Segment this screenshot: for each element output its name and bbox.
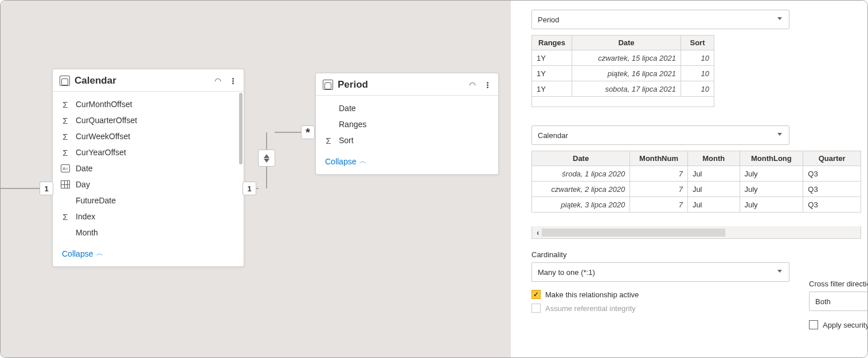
table-cell: 7 xyxy=(630,197,688,213)
cross-filter-both-icon[interactable] xyxy=(258,150,275,167)
card-title: Calendar xyxy=(75,75,207,86)
field-row[interactable]: ΣCurMonthOffset xyxy=(53,96,244,112)
chevron-down-icon xyxy=(777,270,782,273)
checkbox-label: Assume referential integrity xyxy=(545,304,636,313)
field-row[interactable]: Month xyxy=(53,225,244,241)
table-cell: Q3 xyxy=(803,197,861,213)
field-name: Date xyxy=(339,104,488,113)
column-header[interactable]: Quarter xyxy=(803,151,861,166)
collapse-label: Collapse xyxy=(325,157,356,166)
column-header[interactable]: Date xyxy=(532,151,630,166)
field-name: CurMonthOffset xyxy=(76,100,233,109)
from-table-dropdown[interactable]: Period xyxy=(531,10,789,29)
apply-security-checkbox[interactable]: Apply security filter in both directions xyxy=(809,320,867,329)
field-row[interactable]: ΣSort xyxy=(316,132,498,148)
table-card-calendar[interactable]: Calendar ◠ ΣCurMonthOffsetΣCurQuarterOff… xyxy=(52,69,244,267)
table-cell: 10 xyxy=(681,50,714,66)
visibility-icon[interactable]: ◠ xyxy=(212,76,224,85)
relationship-line xyxy=(275,132,303,133)
period-preview-table: RangesDateSort1Yczwartek, 15 lipca 20211… xyxy=(531,35,714,107)
table-row[interactable]: czwartek, 2 lipca 20207JulJulyQ3 xyxy=(532,182,861,197)
field-row[interactable]: ΣIndex xyxy=(53,208,244,225)
relationship-line xyxy=(1,188,42,189)
table-cell: Jul xyxy=(687,182,740,197)
more-options-icon[interactable] xyxy=(229,78,237,84)
table-card-period[interactable]: Period ◠ DateRangesΣSort Collapse ︿ xyxy=(315,73,499,175)
cross-filter-label: Cross filter direction xyxy=(809,280,867,288)
table-row[interactable]: środa, 1 lipca 20207JulJulyQ3 xyxy=(532,166,861,182)
field-name: FutureDate xyxy=(76,196,233,205)
column-header[interactable]: Sort xyxy=(681,36,714,50)
scrollbar-track[interactable] xyxy=(542,229,725,237)
cardinality-many-badge: * xyxy=(301,125,315,139)
field-name: Month xyxy=(76,228,233,237)
table-icon xyxy=(60,76,70,86)
table-row[interactable]: 1Ysobota, 17 lipca 202110 xyxy=(532,81,714,97)
dropdown-value: Many to one (*:1) xyxy=(538,268,595,277)
chevron-left-icon[interactable]: ‹ xyxy=(537,228,539,237)
grid-icon xyxy=(61,180,70,188)
sigma-icon: Σ xyxy=(61,212,70,222)
dropdown-value: Both xyxy=(815,297,831,306)
card-header: Period ◠ xyxy=(316,73,498,96)
column-header[interactable]: Ranges xyxy=(532,36,572,50)
table-cell: czwartek, 15 lipca 2021 xyxy=(572,50,681,66)
text-field-icon: A= xyxy=(61,164,70,172)
checkbox-label: Apply security filter in both directions xyxy=(823,321,867,329)
collapse-button[interactable]: Collapse ︿ xyxy=(316,151,498,174)
field-row[interactable]: Ranges xyxy=(316,116,498,132)
table-cell: Q3 xyxy=(803,182,861,197)
column-header[interactable]: MonthNum xyxy=(630,151,688,166)
field-row[interactable]: ΣCurWeekOffset xyxy=(53,128,244,144)
table-cell: July xyxy=(740,197,803,213)
field-name: Date xyxy=(76,164,233,173)
triangle-up-icon xyxy=(264,154,269,158)
table-cell: 1Y xyxy=(532,81,572,97)
column-header[interactable]: MonthLong xyxy=(740,151,803,166)
table-cell: 7 xyxy=(630,166,688,182)
to-table-dropdown[interactable]: Calendar xyxy=(531,125,789,145)
table-cell: July xyxy=(740,166,803,182)
more-options-icon[interactable] xyxy=(483,82,491,88)
cardinality-one-badge: 1 xyxy=(40,182,53,195)
column-header[interactable]: Month xyxy=(687,151,740,166)
table-row[interactable]: 1Yczwartek, 15 lipca 202110 xyxy=(532,50,714,66)
cross-filter-dropdown[interactable]: Both xyxy=(809,292,867,311)
field-row[interactable]: ΣCurYearOffset xyxy=(53,144,244,160)
visibility-icon[interactable]: ◠ xyxy=(466,80,479,89)
field-name: Day xyxy=(76,180,233,189)
field-name: CurYearOffset xyxy=(76,148,233,157)
field-name: Sort xyxy=(339,136,488,145)
card-header: Calendar ◠ xyxy=(53,69,244,92)
field-row[interactable]: ΣCurQuarterOffset xyxy=(53,112,244,128)
checkbox-label: Make this relationship active xyxy=(545,290,639,299)
scrollbar-thumb[interactable] xyxy=(239,93,243,164)
model-canvas[interactable]: Calendar ◠ ΣCurMonthOffsetΣCurQuarterOff… xyxy=(1,1,511,357)
table-row[interactable]: 1Ypiątek, 16 lipca 202110 xyxy=(532,66,714,81)
table-cell: 1Y xyxy=(532,50,572,66)
sigma-icon: Σ xyxy=(61,100,70,109)
field-row[interactable]: A=Date xyxy=(53,160,244,176)
chevron-up-icon: ︿ xyxy=(359,156,366,166)
table-cell: 10 xyxy=(681,81,714,97)
field-row[interactable]: Day xyxy=(53,176,244,192)
column-header[interactable]: Date xyxy=(572,36,681,50)
card-title: Period xyxy=(338,79,462,91)
horizontal-scrollbar[interactable]: ‹ xyxy=(531,226,861,239)
sigma-icon: Σ xyxy=(61,148,70,158)
field-name: Index xyxy=(76,212,233,221)
table-row[interactable]: piątek, 3 lipca 20207JulJulyQ3 xyxy=(532,197,861,213)
dropdown-value: Period xyxy=(538,15,560,24)
calendar-preview-table: DateMonthNumMonthMonthLongQuarterśroda, … xyxy=(531,151,861,213)
field-row[interactable]: Date xyxy=(316,100,498,116)
table-cell: sobota, 17 lipca 2021 xyxy=(572,81,681,97)
relationship-line xyxy=(266,166,267,188)
field-row[interactable]: FutureDate xyxy=(53,192,244,208)
table-cell: 7 xyxy=(630,182,688,197)
cardinality-label: Cardinality xyxy=(531,250,789,259)
cardinality-dropdown[interactable]: Many to one (*:1) xyxy=(531,262,789,282)
chevron-down-icon xyxy=(777,17,782,20)
table-cell: piątek, 3 lipca 2020 xyxy=(532,197,630,213)
field-name: CurWeekOffset xyxy=(76,132,233,141)
collapse-button[interactable]: Collapse ︿ xyxy=(53,243,244,266)
